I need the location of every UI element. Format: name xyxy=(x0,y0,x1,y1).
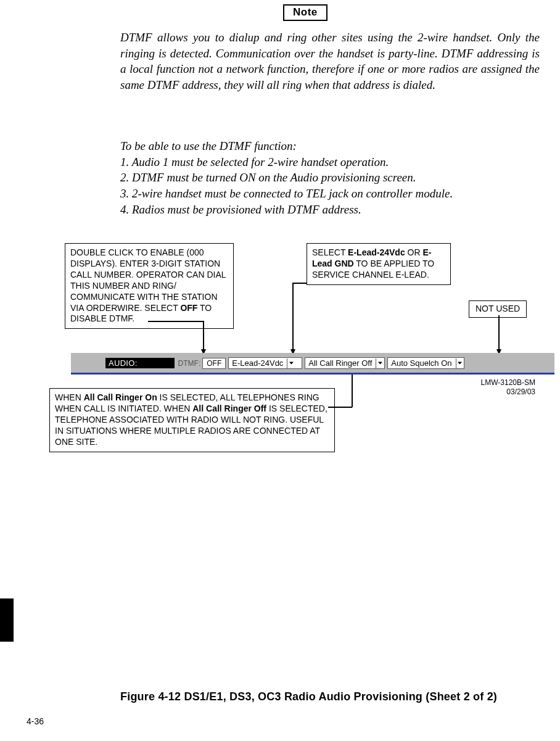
toolbar-underline xyxy=(71,373,554,375)
svg-marker-1 xyxy=(378,362,382,364)
ringer-select[interactable]: All Call Ringer Off xyxy=(305,357,385,369)
callout-dtmf: DOUBLE CLICK TO ENABLE (000 DISPLAYS). E… xyxy=(65,243,234,329)
arrow-ringer-v2 xyxy=(352,388,353,407)
arrow-ringer-h xyxy=(328,407,352,408)
callout-ringer-b2: All Call Ringer Off xyxy=(192,404,266,413)
steps-intro: To be able to use the DTMF function: xyxy=(120,138,540,154)
elead-select[interactable]: E-Lead-24Vdc xyxy=(228,357,302,369)
step-2: 2. DTMF must be turned ON on the Audio p… xyxy=(120,170,540,186)
note-label: Note xyxy=(293,6,318,18)
callout-ringer-pre: WHEN xyxy=(55,392,84,402)
audio-toolbar: AUDIO: DTMF: OFF E-Lead-24Vdc All Call R… xyxy=(71,353,554,373)
ringer-select-value: All Call Ringer Off xyxy=(305,358,376,368)
dtmf-label: DTMF: xyxy=(175,359,203,368)
doc-id-block: LMW-3120B-SM 03/29/03 xyxy=(481,378,535,397)
audio-label: AUDIO: xyxy=(105,358,175,368)
intro-paragraph: DTMF allows you to dialup and ring other… xyxy=(120,30,540,93)
step-4: 4. Radios must be provisioned with DTMF … xyxy=(120,202,540,218)
arrow-dtmf-h xyxy=(148,321,204,322)
note-label-box: Note xyxy=(283,4,327,21)
elead-select-value: E-Lead-24Vdc xyxy=(229,358,287,368)
steps-block: To be able to use the DTMF function: 1. … xyxy=(120,138,540,217)
callout-elead-pre: SELECT xyxy=(312,247,348,257)
callout-elead-mid: OR xyxy=(405,247,423,257)
dtmf-value: OFF xyxy=(207,359,221,368)
callout-ringer-b1: All Call Ringer On xyxy=(84,392,157,402)
arrow-notused-v xyxy=(498,315,500,350)
svg-marker-2 xyxy=(458,362,462,364)
arrow-elead-h xyxy=(292,283,307,284)
callout-dtmf-bold: OFF xyxy=(180,303,197,313)
step-1: 1. Audio 1 must be selected for 2-wire h… xyxy=(120,154,540,170)
squelch-select-value: Auto Squelch On xyxy=(388,358,455,368)
figure-caption: Figure 4-12 DS1/E1, DS3, OC3 Radio Audio… xyxy=(120,690,497,703)
svg-marker-0 xyxy=(289,362,294,364)
doc-date: 03/29/03 xyxy=(481,387,535,397)
dtmf-value-field[interactable]: OFF xyxy=(202,358,226,369)
callout-elead: SELECT E-Lead-24Vdc OR E-Lead GND TO BE … xyxy=(307,243,451,285)
arrow-dtmf-v xyxy=(203,321,204,350)
doc-id: LMW-3120B-SM xyxy=(481,378,535,387)
callout-elead-b1: E-Lead-24Vdc xyxy=(348,247,405,257)
page-number: 4-36 xyxy=(27,716,44,726)
squelch-select[interactable]: Auto Squelch On xyxy=(387,357,464,369)
callout-ringer: WHEN All Call Ringer On IS SELECTED, ALL… xyxy=(49,388,335,452)
chevron-down-icon xyxy=(376,358,384,368)
arrow-elead-v xyxy=(292,283,294,350)
step-3: 3. 2-wire handset must be connected to T… xyxy=(120,186,540,202)
thumb-index-tab xyxy=(0,598,14,642)
chevron-down-icon xyxy=(287,358,295,368)
chevron-down-icon xyxy=(456,358,464,368)
